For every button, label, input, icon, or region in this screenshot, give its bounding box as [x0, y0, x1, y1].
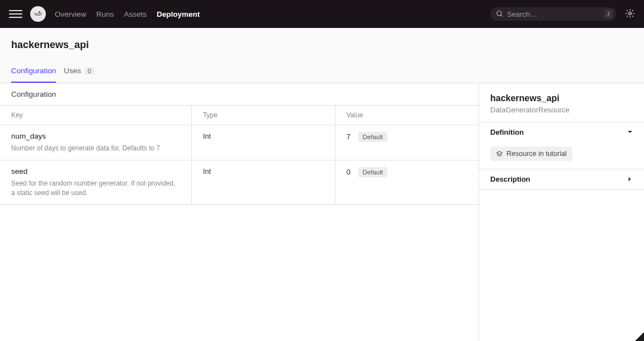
resource-chip-label: Resource in tutorial: [506, 150, 567, 158]
gear-icon: [625, 8, 635, 18]
tab-uses-count: 0: [84, 67, 94, 75]
nav-deployment[interactable]: Deployment: [157, 10, 200, 18]
col-key-header: Key: [0, 106, 191, 125]
search-box[interactable]: /: [490, 7, 616, 21]
chevron-right-icon: [626, 177, 634, 182]
table-row: seed Seed for the random number generato…: [0, 160, 479, 205]
config-key-desc: Number of days to generate data for. Def…: [11, 144, 180, 153]
dagster-logo-icon: [32, 8, 44, 20]
page-title: hackernews_api: [11, 39, 633, 51]
tab-label: Configuration: [11, 67, 56, 75]
chevron-down-icon: [627, 128, 633, 136]
main-pane: Configuration Key Type Value num_days Nu…: [0, 83, 479, 341]
config-key-name: seed: [11, 167, 180, 176]
side-subtitle: DataGeneratorResource: [479, 103, 644, 122]
default-badge: Default: [358, 167, 387, 177]
config-value: 7: [347, 132, 351, 141]
svg-line-3: [501, 15, 503, 17]
content: Configuration Key Type Value num_days Nu…: [0, 83, 644, 341]
nav-links: Overview Runs Assets Deployment: [55, 10, 490, 18]
settings-button[interactable]: [625, 8, 635, 20]
config-value: 0: [347, 168, 351, 176]
tab-uses[interactable]: Uses 0: [64, 63, 94, 83]
page-header: hackernews_api Configuration Uses 0: [0, 28, 644, 83]
side-panel: hackernews_api DataGeneratorResource Def…: [479, 83, 644, 341]
config-key-name: num_days: [11, 132, 180, 140]
definition-body: Resource in tutorial: [479, 142, 644, 169]
svg-point-4: [629, 12, 632, 15]
nav-overview[interactable]: Overview: [55, 10, 86, 18]
search-input[interactable]: [507, 10, 601, 18]
menu-button[interactable]: [9, 7, 22, 21]
search-shortcut-hint: /: [604, 10, 613, 18]
description-section: Description: [479, 169, 644, 190]
default-badge: Default: [358, 132, 387, 142]
nav-assets[interactable]: Assets: [124, 10, 147, 18]
description-label: Description: [490, 175, 531, 183]
resize-handle[interactable]: [635, 332, 644, 341]
svg-point-2: [497, 11, 501, 16]
col-type-header: Type: [191, 106, 335, 125]
config-type: Int: [191, 160, 335, 205]
app-logo[interactable]: [30, 6, 46, 22]
page-tabs: Configuration Uses 0: [11, 63, 633, 83]
configuration-heading: Configuration: [0, 83, 479, 106]
search-icon: [496, 10, 504, 18]
config-type: Int: [191, 125, 335, 160]
nav-runs[interactable]: Runs: [96, 10, 114, 18]
tab-configuration[interactable]: Configuration: [11, 63, 56, 83]
definition-header[interactable]: Definition: [479, 122, 644, 142]
app-bar: Overview Runs Assets Deployment /: [0, 0, 644, 28]
definition-label: Definition: [490, 128, 524, 136]
config-key-desc: Seed for the random number generator. If…: [11, 179, 180, 198]
tab-label: Uses: [64, 67, 81, 75]
resource-in-tutorial-chip[interactable]: Resource in tutorial: [490, 146, 572, 161]
side-title: hackernews_api: [479, 93, 644, 103]
table-row: num_days Number of days to generate data…: [0, 125, 479, 160]
definition-section: Definition Resource in tutorial: [479, 122, 644, 169]
svg-point-1: [39, 11, 40, 13]
description-header[interactable]: Description: [479, 169, 644, 189]
layers-icon: [496, 150, 503, 158]
config-table: Key Type Value num_days Number of days t…: [0, 106, 479, 205]
col-value-header: Value: [335, 106, 479, 125]
